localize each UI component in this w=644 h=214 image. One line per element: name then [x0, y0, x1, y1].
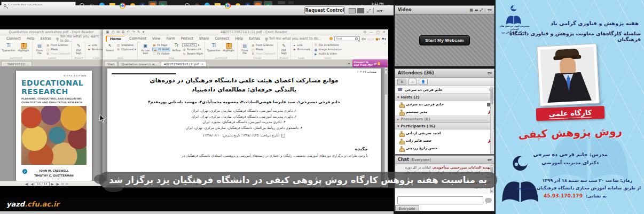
collapse-ribbon-icon[interactable]: ⌃	[381, 42, 388, 59]
alert-icon[interactable]: ●▾	[375, 37, 380, 41]
participants-section-header[interactable]: ▾Participants (36)	[395, 123, 494, 129]
fit-width-button[interactable]: ⬓Fit Width	[152, 48, 170, 51]
page-layout-2-icon[interactable]: ⧉	[66, 182, 68, 186]
page-number-box[interactable]: 11 / 13	[35, 182, 49, 186]
tab-qualitative[interactable]: Qualitative research w...	[118, 61, 160, 66]
tab-start[interactable]: Start	[104, 61, 117, 66]
attendee-row[interactable]: مدیر سیستم	[395, 108, 494, 116]
blank-button[interactable]: ▢Blank	[46, 48, 70, 51]
menu-extras[interactable]: Extras	[248, 36, 261, 41]
scroll-up-icon[interactable]: ▲	[385, 68, 387, 71]
rotate-right-button[interactable]: ↻Rotate Right	[182, 52, 203, 56]
menu-connect[interactable]: Connect	[214, 36, 231, 41]
pod-options-icon[interactable]: ≡▾	[488, 158, 491, 162]
fit-visible-button[interactable]: ⛶Fit Visible	[152, 52, 170, 56]
scrollbar-thumb[interactable]	[491, 88, 493, 104]
attendee-row[interactable]: حسن زارع زردینی	[395, 144, 494, 152]
fullscreen-arrows-icon[interactable]: ⤢	[367, 8, 371, 14]
full-screen-view-icon[interactable]	[357, 8, 364, 13]
find-next-icon[interactable]: ▷	[372, 37, 374, 41]
audio-video-button[interactable]: ▶Audio & Video	[314, 52, 342, 56]
pdf-sign-button[interactable]: ✎PDF Sign	[74, 43, 83, 55]
maximize-icon[interactable]: □	[376, 30, 379, 34]
fullscreen-icon[interactable]: ⤢	[480, 8, 482, 12]
filmstrip-view-icon[interactable]: ▬	[475, 8, 478, 12]
attendees-scrollbar[interactable]	[490, 87, 493, 154]
fit-page-button[interactable]: ⬒Fit Page	[152, 43, 170, 47]
highlight-button[interactable]: THighlight	[17, 43, 30, 52]
qat-dropdown-icon[interactable]: ▾	[143, 30, 145, 34]
menu-protect[interactable]: Protect	[180, 36, 194, 41]
chat-input[interactable]	[397, 196, 483, 204]
first-page-icon[interactable]: ◀|	[25, 182, 29, 186]
tab-current-pdf[interactable]: 4020513982103 (1).pdf✕	[161, 61, 207, 66]
breakout-view-icon[interactable]: ⤫	[408, 79, 417, 85]
reflow-button[interactable]: TrReflow	[171, 43, 181, 52]
grid-view-icon[interactable]: ▦	[469, 8, 473, 12]
page-layout-icon[interactable]: ⧉	[61, 182, 64, 186]
actual-size-button[interactable]: ▣Actual Size	[139, 43, 151, 55]
send-message-icon[interactable]	[485, 198, 492, 203]
foxit-right-document-area[interactable]: صفحات ۷۷-۱۰۴ موانع مشارکت اعضای هیئت علم…	[103, 66, 388, 181]
status-dot-icon[interactable]	[329, 37, 333, 40]
pod-options-icon[interactable]: ≡▾	[376, 9, 382, 13]
attendee-status-view-icon[interactable]: 👤	[419, 79, 428, 85]
rotate-left-button[interactable]: ↺Rotate Left	[182, 48, 203, 51]
pod-options-icon[interactable]: ≡▾	[488, 8, 491, 12]
chat-tab-everyone[interactable]: Everyone	[395, 205, 419, 211]
flag-icon[interactable]: ⚑▾	[382, 37, 386, 41]
attendee-row[interactable]: حجت قائم زاده	[395, 137, 494, 144]
attendee-row[interactable]: حاتم فرجی ده سرخی	[395, 101, 494, 108]
request-control-button[interactable]: Request Control	[304, 6, 345, 14]
tab-close-icon[interactable]: ✕	[201, 63, 204, 66]
from-scanner-button[interactable]: ⊞From Scanner	[251, 43, 275, 47]
foxit-left-document-area[interactable]: SIXTH EDITION EDUCATIONAL RESEARCH PLANN…	[0, 66, 103, 181]
hosts-section-header[interactable]: ▾Hosts (2)	[395, 94, 494, 101]
menu-view[interactable]: View	[151, 36, 161, 41]
bookmark-button[interactable]: ⚑Bookmark	[293, 48, 310, 51]
menu-help[interactable]: Help	[26, 36, 36, 41]
foxit-right-titlebar[interactable]: ▣⎙✉⧉↶↷✎▾ 4020513982103 (1).pdf - Foxit R…	[103, 29, 388, 35]
gear-icon[interactable]: ⚙▾	[362, 37, 366, 41]
tab-list-dropdown-icon[interactable]: ▾	[348, 62, 350, 65]
chat-pod-header[interactable]: Chat (Everyone) ≡▾	[395, 155, 494, 164]
menu-help[interactable]: Help	[234, 36, 244, 41]
pdf-sign-button[interactable]: ✎PDF Sign	[279, 43, 289, 55]
typewriter-button[interactable]: TITypewriter	[2, 43, 15, 52]
menu-extras[interactable]: Extras	[40, 36, 53, 41]
typewriter-button[interactable]: TITypewriter	[207, 43, 221, 52]
copy-icon[interactable]: ⧉	[122, 30, 124, 34]
menu-share[interactable]: Share	[198, 36, 210, 41]
pen-icon[interactable]: ✎	[137, 30, 140, 34]
presenters-section-header[interactable]: ▸Presenters (0)	[395, 116, 494, 123]
link-button[interactable]: ⚭Link	[293, 43, 310, 47]
prev-page-icon[interactable]: ◀	[31, 182, 34, 186]
tell-me-box[interactable]: Tell me what you want to do...	[265, 36, 321, 41]
from-clipboard-button[interactable]: ⧉From Clipboard	[251, 52, 275, 56]
pod-options-icon[interactable]: ≡▾	[488, 71, 491, 75]
next-page-icon[interactable]: ▶	[51, 182, 54, 186]
snapshot-button[interactable]: ⊡SnapShot	[116, 43, 136, 47]
find-prev-icon[interactable]: ◁	[367, 37, 370, 41]
restore-icon[interactable]: ⊡	[363, 30, 366, 34]
attendees-pod-header[interactable]: Attendees (36) ≡▾	[395, 68, 494, 78]
undo-icon[interactable]: ↶	[127, 30, 130, 34]
menu-home[interactable]: Home	[106, 36, 124, 42]
attendee-row[interactable]: احمد شریفی اردانی	[395, 129, 494, 137]
clipboard-button[interactable]: ⧉Clipboard ▾	[116, 48, 136, 51]
email-icon[interactable]: ✉	[116, 30, 120, 34]
start-webcam-button[interactable]: Start My Webcam	[419, 35, 470, 45]
blank-button[interactable]: ▢Blank	[251, 48, 275, 51]
from-file-button[interactable]: ▤From File	[239, 43, 250, 55]
file-attachment-button[interactable]: ⎘File Attachment	[314, 43, 342, 47]
document-scrollbar[interactable]: ▲	[384, 67, 388, 180]
find-input[interactable]	[336, 37, 354, 40]
minimize-icon[interactable]: —	[370, 30, 373, 34]
redo-icon[interactable]: ↷	[132, 30, 135, 34]
print-icon[interactable]: ⎙	[112, 30, 115, 34]
zoom-select[interactable]: 162.67% ▾	[182, 43, 203, 47]
image-annotation-button[interactable]: ▦Image Annotation	[314, 48, 342, 51]
menu-comment[interactable]: Comment	[128, 36, 147, 41]
fit-screen-icon[interactable]	[349, 8, 356, 13]
document-tab[interactable]: ...3982103 (1) ...	[1, 61, 32, 66]
